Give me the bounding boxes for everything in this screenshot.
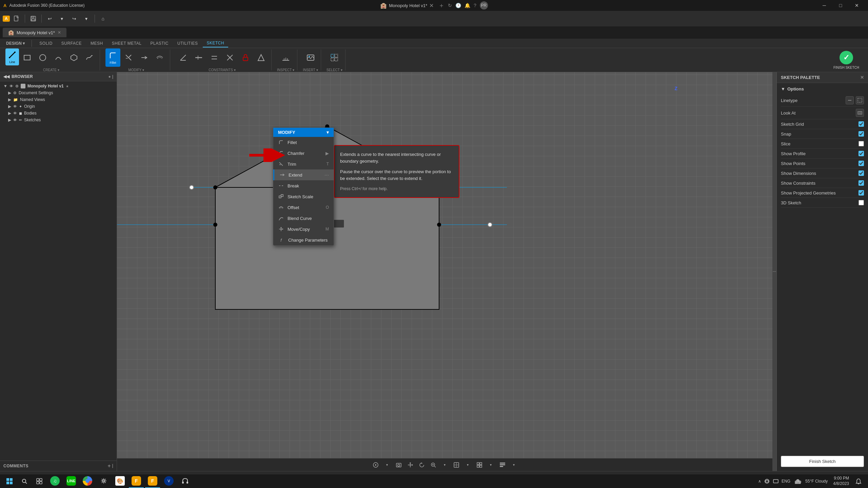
- browser-pin-btn[interactable]: |: [112, 74, 113, 79]
- show-constraints-checkbox[interactable]: [859, 180, 864, 186]
- rotate-btn[interactable]: [417, 460, 427, 470]
- offset-btn[interactable]: [152, 48, 167, 67]
- polygon-tool-btn[interactable]: [66, 48, 81, 67]
- tab-sheet-metal[interactable]: SHEET METAL: [108, 40, 146, 47]
- eye-icon-bodies[interactable]: 👁: [13, 111, 17, 115]
- parallel-btn[interactable]: [207, 48, 222, 67]
- menu-item-extend[interactable]: Extend ⋯: [273, 169, 334, 180]
- grid-display-btn[interactable]: [475, 460, 484, 470]
- redo-dropdown[interactable]: ▾: [81, 13, 92, 24]
- save-button[interactable]: [28, 13, 39, 24]
- maximize-button[interactable]: □: [833, 0, 848, 11]
- measure-btn[interactable]: [278, 48, 293, 67]
- more-dropdown-btn[interactable]: ▾: [509, 460, 519, 470]
- browser-item-bodies[interactable]: ▶ 👁 ◼ Bodies: [1, 110, 115, 117]
- insert-image-btn[interactable]: [303, 48, 318, 67]
- coincident-btn[interactable]: [176, 48, 191, 67]
- palette-close-icon[interactable]: ✕: [860, 75, 864, 80]
- tab-close-icon[interactable]: ✕: [429, 2, 434, 9]
- show-points-checkbox[interactable]: [859, 161, 864, 166]
- task-view-btn[interactable]: [33, 474, 46, 488]
- menu-item-sketch-scale[interactable]: Sketch Scale: [273, 191, 334, 202]
- show-dimensions-checkbox[interactable]: [859, 170, 864, 176]
- menu-item-offset[interactable]: Offset O: [273, 202, 334, 213]
- linetype-btn-1[interactable]: [846, 96, 854, 104]
- perpendicular-btn[interactable]: [222, 48, 237, 67]
- finish-sketch-palette-btn[interactable]: Finish Sketch: [781, 456, 864, 467]
- start-button[interactable]: [3, 474, 16, 488]
- circle-tool-btn[interactable]: [35, 48, 50, 67]
- modify-btn[interactable]: Fillet: [105, 48, 120, 67]
- spline-tool-btn[interactable]: [82, 48, 97, 67]
- search-taskbar-btn[interactable]: [18, 474, 31, 488]
- lock-btn[interactable]: [238, 48, 253, 67]
- show-projected-checkbox[interactable]: [859, 190, 864, 196]
- tab-mesh[interactable]: MESH: [86, 40, 107, 47]
- comments-pin-btn[interactable]: |: [112, 463, 113, 469]
- eye-icon-origin[interactable]: 👁: [13, 104, 17, 108]
- close-button[interactable]: ✕: [849, 0, 865, 11]
- home-button[interactable]: ⌂: [98, 13, 108, 24]
- bell-icon[interactable]: 🔔: [465, 3, 470, 8]
- browser-item-root[interactable]: ▼ 👁 ⚙ Monopoly Hotel v1 ★: [1, 83, 115, 89]
- undo-button[interactable]: ↩: [44, 13, 55, 24]
- undo-dropdown[interactable]: ▾: [57, 13, 67, 24]
- taskbar-headphones[interactable]: [178, 474, 193, 488]
- arc-tool-btn[interactable]: [51, 48, 66, 67]
- menu-item-blend-curve[interactable]: Blend Curve: [273, 213, 334, 224]
- display-dropdown-btn[interactable]: ▾: [463, 460, 473, 470]
- snap-checkbox[interactable]: [859, 131, 864, 137]
- taskbar-settings[interactable]: [96, 474, 111, 488]
- display-mode-btn[interactable]: [452, 460, 461, 470]
- taskbar-fusion-1[interactable]: F: [129, 474, 144, 488]
- minimize-button[interactable]: ─: [816, 0, 832, 11]
- browser-item-sketches[interactable]: ▶ 👁 ✏ Sketches: [1, 117, 115, 123]
- browser-item-origin[interactable]: ▶ 👁 ✦ Origin: [1, 103, 115, 110]
- expand-tray-btn[interactable]: ∧: [758, 479, 761, 484]
- tab-utilities[interactable]: UTILITIES: [173, 40, 202, 47]
- more-btn[interactable]: [498, 460, 507, 470]
- browser-item-named-views[interactable]: ▶ 📁 Named Views: [1, 96, 115, 103]
- gear-icon[interactable]: ⚙: [15, 84, 19, 88]
- taskbar-fusion-2[interactable]: F: [145, 474, 160, 488]
- taskbar-spotify[interactable]: ♫: [47, 474, 62, 488]
- finish-sketch-ribbon-btn[interactable]: ✓ FINISH SKETCH: [830, 49, 863, 71]
- browser-circle-btn[interactable]: ●: [108, 74, 111, 79]
- modify-dropdown-header[interactable]: MODIFY ▾: [273, 128, 334, 137]
- extend-btn[interactable]: [137, 48, 152, 67]
- history-icon[interactable]: 🕐: [455, 3, 461, 8]
- menu-item-move-copy[interactable]: Move/Copy M: [273, 224, 334, 235]
- menu-item-change-params[interactable]: f Change Parameters: [273, 235, 334, 245]
- tab-solid[interactable]: SOLID: [35, 40, 57, 47]
- snap-photo-btn[interactable]: [394, 460, 403, 470]
- grid-dropdown-btn[interactable]: ▾: [486, 460, 496, 470]
- taskbar-line[interactable]: LINE: [64, 474, 79, 488]
- pan-btn[interactable]: [406, 460, 415, 470]
- comments-add-btn[interactable]: +: [107, 463, 111, 469]
- zoom-btn[interactable]: [429, 460, 438, 470]
- sketch-grid-checkbox[interactable]: [859, 121, 864, 127]
- palette-section-header[interactable]: ▼ Options: [781, 85, 864, 94]
- design-dropdown-btn[interactable]: DESIGN ▾: [3, 40, 28, 47]
- eye-icon-sketches[interactable]: 👁: [13, 118, 17, 122]
- trim-btn[interactable]: [121, 48, 136, 67]
- tab-plastic[interactable]: PLASTIC: [146, 40, 173, 47]
- browser-collapse-icon[interactable]: ◀◀: [3, 74, 9, 79]
- new-file-button[interactable]: [11, 13, 22, 24]
- refresh-icon[interactable]: ↻: [448, 3, 452, 8]
- snap-toggle-btn[interactable]: [371, 460, 380, 470]
- equal-btn[interactable]: [254, 48, 269, 67]
- new-tab-icon[interactable]: ＋: [438, 1, 445, 9]
- tab-close-btn[interactable]: ✕: [58, 30, 61, 35]
- notification-btn[interactable]: [852, 474, 865, 488]
- tab-surface[interactable]: SURFACE: [57, 40, 86, 47]
- horizontal-btn[interactable]: [191, 48, 206, 67]
- show-profile-checkbox[interactable]: [859, 151, 864, 156]
- eye-icon[interactable]: 👁: [9, 84, 13, 88]
- rectangle-tool-btn[interactable]: [20, 48, 35, 67]
- zoom-dropdown-btn[interactable]: ▾: [440, 460, 450, 470]
- line-tool-btn[interactable]: Line: [5, 48, 19, 65]
- snap-dropdown-btn[interactable]: ▾: [382, 460, 392, 470]
- viewport[interactable]: Z ■: [117, 72, 772, 471]
- browser-item-doc-settings[interactable]: ▶ ⚙ Document Settings: [1, 89, 115, 96]
